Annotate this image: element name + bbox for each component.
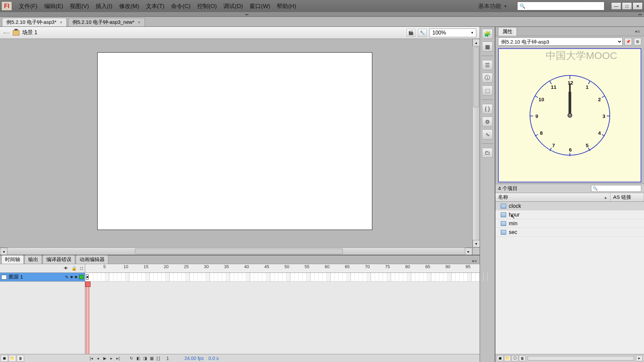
delete-layer-button[interactable]: 🗑 <box>17 355 24 362</box>
stage-area[interactable]: ▴ ▾ ◂ ▸ <box>0 39 480 255</box>
new-folder-button[interactable]: 📁 <box>504 355 511 361</box>
collapse-right-icon[interactable]: ▸▸ <box>493 12 644 16</box>
timeline-frames-area[interactable]: 5101520253035404550556065707580859095 <box>85 264 480 354</box>
lock-icon[interactable]: 🔒 <box>71 266 77 271</box>
close-icon[interactable]: × <box>60 20 62 25</box>
scroll-down-icon[interactable]: ▾ <box>473 240 480 247</box>
caret-down-icon: ▾ <box>471 31 473 35</box>
menu-edit[interactable]: 编辑(E) <box>42 1 66 11</box>
close-icon[interactable]: × <box>138 20 141 25</box>
transform-panel-button[interactable]: ⬚ <box>482 85 493 96</box>
new-symbol-button[interactable]: ▣ <box>497 355 503 361</box>
menu-debug[interactable]: 调试(D) <box>221 1 246 11</box>
layer-row-1[interactable]: 图层 1 ✎ <box>0 273 85 282</box>
scroll-thumb[interactable] <box>473 47 479 107</box>
modify-markers-button[interactable]: [·] <box>155 355 162 361</box>
keyframe-1[interactable] <box>86 274 89 280</box>
first-frame-button[interactable]: |◂ <box>88 355 95 361</box>
scroll-right-button[interactable]: ▸ <box>636 355 643 361</box>
lock-dot[interactable] <box>75 276 77 278</box>
visibility-dot[interactable] <box>70 276 73 278</box>
playhead-handle[interactable] <box>85 282 91 287</box>
library-footer: ▣ 📁 ⓘ 🗑 ▸ <box>495 354 644 362</box>
info-panel-button[interactable]: ⓘ <box>482 73 493 83</box>
menu-insert[interactable]: 插入(I) <box>93 1 115 11</box>
tab-properties[interactable]: 属性 <box>498 27 517 36</box>
scroll-thumb[interactable] <box>135 248 343 254</box>
stage-horizontal-scrollbar[interactable]: ◂ ▸ <box>0 247 472 255</box>
document-tab-2[interactable]: 例5.2.10 电子钟-asp3_new* × <box>68 18 145 26</box>
stage-vertical-scrollbar[interactable]: ▴ ▾ <box>472 39 480 247</box>
properties-panel-button[interactable]: 🧩 <box>482 29 493 39</box>
clock-number: 7 <box>552 142 555 148</box>
timeline-track-1[interactable] <box>85 273 480 282</box>
layers-header: 👁 🔒 □ <box>0 264 85 273</box>
eye-icon[interactable]: 👁 <box>64 266 68 271</box>
document-tab-1[interactable]: 例5.2.10 电子钟-asp3* × <box>2 18 67 26</box>
menu-commands[interactable]: 命令(C) <box>168 1 193 11</box>
library-item-hour[interactable]: hour <box>495 210 644 219</box>
menu-view[interactable]: 视图(V) <box>67 1 92 11</box>
panel-menu-icon[interactable]: ▾≡ <box>634 29 641 34</box>
column-as-link[interactable]: AS 链接 <box>610 193 644 201</box>
menu-text[interactable]: 文本(T) <box>143 1 167 11</box>
menu-control[interactable]: 控制(O) <box>195 1 220 11</box>
last-frame-button[interactable]: ▸| <box>115 355 121 361</box>
new-layer-button[interactable]: ▣ <box>1 355 8 362</box>
project-panel-button[interactable]: 🗀 <box>482 148 493 158</box>
zoom-selector[interactable]: 100% ▾ <box>429 28 476 37</box>
edit-scene-button[interactable]: 🎬 <box>407 29 415 37</box>
library-document-dropdown[interactable]: 例5.2.10 电子钟-asp3 <box>498 38 623 46</box>
window-restore-button[interactable]: □ <box>622 2 632 10</box>
tab-output[interactable]: 输出 <box>24 255 42 264</box>
window-close-button[interactable]: ✕ <box>633 2 643 10</box>
play-button[interactable]: ▶ <box>101 355 108 361</box>
components-panel-button[interactable]: ⚙ <box>482 117 493 127</box>
library-item-sec[interactable]: sec <box>495 228 644 237</box>
library-search-input[interactable]: 🔍 <box>591 185 641 192</box>
new-folder-button[interactable]: 📁 <box>9 355 16 362</box>
outline-icon[interactable]: □ <box>80 266 83 271</box>
menu-modify[interactable]: 修改(M) <box>116 1 142 11</box>
ruler-tick: 65 <box>345 264 350 269</box>
prev-frame-button[interactable]: ◂ <box>95 355 101 361</box>
tab-motion-editor[interactable]: 动画编辑器 <box>76 255 108 264</box>
library-panel-button[interactable]: ▦ <box>482 42 493 52</box>
tab-timeline[interactable]: 时间轴 <box>1 255 24 264</box>
column-name[interactable]: 名称 ▲ <box>495 193 610 201</box>
back-arrow-icon[interactable]: ⟵ <box>3 30 10 36</box>
delete-button[interactable]: 🗑 <box>519 355 526 361</box>
window-minimize-button[interactable]: — <box>611 2 621 10</box>
menu-window[interactable]: 窗口(W) <box>247 1 273 11</box>
align-panel-button[interactable]: ☰ <box>482 60 493 70</box>
library-hscroll[interactable] <box>528 356 634 361</box>
new-library-panel-button[interactable]: ⧉ <box>634 38 641 45</box>
top-search-input[interactable]: 🔍 <box>517 2 604 10</box>
scroll-left-icon[interactable]: ◂ <box>0 248 7 255</box>
timeline-ruler[interactable]: 5101520253035404550556065707580859095 <box>85 264 480 273</box>
workspace-selector[interactable]: 基本功能 ▼ <box>475 2 511 10</box>
library-item-clock[interactable]: clock <box>495 202 644 210</box>
library-item-min[interactable]: min <box>495 219 644 228</box>
edit-symbol-button[interactable]: 🔧 <box>418 29 427 37</box>
scroll-up-icon[interactable]: ▴ <box>473 39 480 46</box>
onion-outline-button[interactable]: ◨ <box>142 355 148 361</box>
panel-menu-icon[interactable]: ▾≡ <box>469 258 480 264</box>
edit-multi-button[interactable]: ▦ <box>148 355 155 361</box>
motion-presets-button[interactable]: ∿ <box>482 129 493 139</box>
scroll-right-icon[interactable]: ▸ <box>465 248 472 255</box>
tab-compiler-errors[interactable]: 编译器错误 <box>43 255 75 264</box>
stage-canvas[interactable] <box>97 52 372 230</box>
scene-icon <box>13 30 19 36</box>
pin-library-button[interactable]: 📌 <box>625 38 632 45</box>
next-frame-button[interactable]: ▸ <box>108 355 115 361</box>
menu-file[interactable]: 文件(F) <box>16 1 40 11</box>
playhead[interactable] <box>86 282 89 354</box>
collapse-left-icon[interactable]: ◂◂ <box>0 12 493 16</box>
loop-button[interactable]: ↻ <box>128 355 135 361</box>
properties-button[interactable]: ⓘ <box>512 355 518 361</box>
onion-skin-button[interactable]: ◧ <box>135 355 142 361</box>
outline-color-box[interactable] <box>79 275 84 279</box>
code-snippets-button[interactable]: { } <box>482 104 493 114</box>
menu-help[interactable]: 帮助(H) <box>274 1 299 11</box>
